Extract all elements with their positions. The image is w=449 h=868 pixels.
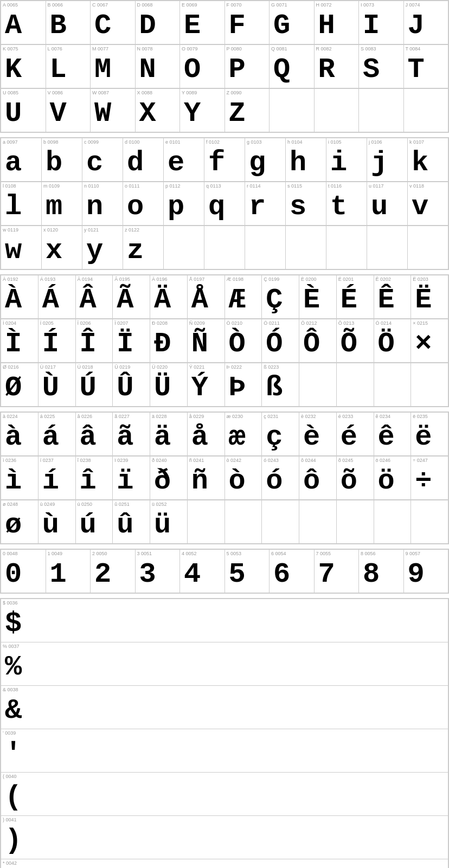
character-code: è 0232 <box>301 414 335 420</box>
character-code: a 0097 <box>3 139 40 145</box>
character-code: N 0078 <box>137 46 178 52</box>
empty-cell <box>315 89 360 132</box>
character-cell: ú 0250ú <box>76 500 113 544</box>
character-code: Ó 0211 <box>264 320 297 326</box>
character-code: j 0106 <box>369 139 406 145</box>
section-digits: 0 004801 004912 005023 005134 005245 005… <box>0 549 449 594</box>
character-code: u 0117 <box>369 183 406 189</box>
empty-cell <box>225 500 262 544</box>
character-cell: i 0105i <box>326 138 367 182</box>
character-glyph: M <box>92 53 133 87</box>
character-cell: W 0087W <box>91 89 136 132</box>
character-code: ó 0243 <box>264 458 297 464</box>
character-code: × 0215 <box>413 320 446 326</box>
character-cell: Ð 0208Ð <box>150 319 188 363</box>
character-glyph: k <box>409 146 446 180</box>
character-code: ì 0236 <box>3 458 36 464</box>
character-code: s 0115 <box>287 183 324 189</box>
character-glyph: S <box>361 53 402 87</box>
character-glyph: n <box>84 190 121 224</box>
character-glyph: 6 <box>271 558 312 591</box>
character-code: 6 0054 <box>271 551 312 557</box>
character-code: v 0118 <box>409 183 446 189</box>
character-glyph: ö <box>376 465 409 498</box>
character-glyph: á <box>40 421 74 454</box>
character-glyph: È <box>301 284 335 317</box>
character-glyph: ÷ <box>413 465 446 498</box>
character-glyph: y <box>84 234 121 268</box>
character-code: Æ 0198 <box>227 277 260 282</box>
character-code: û 0251 <box>114 501 148 507</box>
character-cell: a 0097a <box>1 138 42 182</box>
section-symbols1: $ 0036$% 0037%& 0038&' 0039'( 0040() 004… <box>0 598 449 868</box>
character-glyph: V <box>48 97 89 131</box>
character-glyph: T <box>406 53 447 87</box>
character-glyph: d <box>125 146 162 180</box>
character-glyph: Ã <box>114 284 148 317</box>
character-row: 0 004801 004912 005023 005134 005245 005… <box>1 549 448 593</box>
character-cell: æ 0230æ <box>225 413 262 456</box>
character-cell: ù 0249ù <box>39 500 76 544</box>
character-glyph: æ <box>227 421 260 454</box>
empty-cell <box>188 500 225 544</box>
character-code: c 0099 <box>84 139 121 145</box>
character-glyph: Æ <box>227 284 260 317</box>
character-row: U 0085UV 0086VW 0087WX 0088XY 0089YZ 009… <box>1 88 448 132</box>
character-glyph: w <box>3 234 40 268</box>
character-cell: S 0083S <box>359 45 404 88</box>
character-glyph: Ð <box>152 327 185 361</box>
character-cell: 7 00557 <box>315 550 360 593</box>
character-glyph: % <box>3 651 446 684</box>
character-glyph: 8 <box>361 558 402 591</box>
character-glyph: Þ <box>227 371 260 405</box>
character-code: % 0037 <box>3 644 446 650</box>
character-code: î 0238 <box>78 458 111 464</box>
character-cell: y 0121y <box>82 226 123 269</box>
character-code: å 0229 <box>189 414 223 420</box>
character-glyph: j <box>369 146 406 180</box>
character-glyph: Ò <box>227 327 260 361</box>
character-cell: s 0115s <box>286 182 326 226</box>
character-code: È 0200 <box>301 277 335 282</box>
character-code: H 0072 <box>316 2 357 8</box>
character-cell: È 0200È <box>299 275 337 319</box>
character-cell: à 0224à <box>1 413 39 456</box>
empty-cell <box>404 89 449 132</box>
character-cell: U 0085U <box>1 89 46 132</box>
character-glyph: I <box>361 9 402 43</box>
character-code: q 0113 <box>206 183 243 189</box>
character-cell: I 0073I <box>359 1 404 44</box>
character-code: ä 0228 <box>152 414 185 420</box>
character-glyph: v <box>409 190 446 224</box>
character-cell: h 0104h <box>286 138 326 182</box>
character-glyph: í <box>40 465 74 498</box>
character-glyph: õ <box>338 465 372 498</box>
character-code: Õ 0213 <box>338 320 372 326</box>
character-glyph: Û <box>114 371 148 405</box>
empty-cell <box>299 500 337 544</box>
character-code: ã 0227 <box>114 414 148 420</box>
character-cell: o 0111o <box>123 182 164 226</box>
character-code: ( 0040 <box>3 774 446 780</box>
character-cell: 8 00568 <box>359 550 404 593</box>
character-cell: Í 0205Í <box>39 319 76 363</box>
character-code: K 0075 <box>3 46 44 52</box>
character-cell: F 0070F <box>225 1 270 44</box>
character-glyph: Õ <box>338 327 372 361</box>
character-code: á 0225 <box>40 414 74 420</box>
character-glyph: N <box>137 53 178 87</box>
empty-cell <box>408 226 448 269</box>
character-code: ñ 0241 <box>189 458 223 464</box>
character-cell: û 0251û <box>113 500 150 544</box>
character-code: 4 0052 <box>182 551 223 557</box>
character-glyph: Á <box>40 284 74 317</box>
empty-cell <box>245 226 286 269</box>
character-glyph: ø <box>3 509 36 542</box>
empty-cell <box>262 500 299 544</box>
character-code: l 0108 <box>3 183 40 189</box>
character-cell: ï 0239ï <box>113 456 150 500</box>
character-code: à 0224 <box>3 414 36 420</box>
character-code: Û 0219 <box>114 364 148 370</box>
character-cell: B 0066B <box>46 1 91 44</box>
character-cell: r 0114r <box>245 182 286 226</box>
